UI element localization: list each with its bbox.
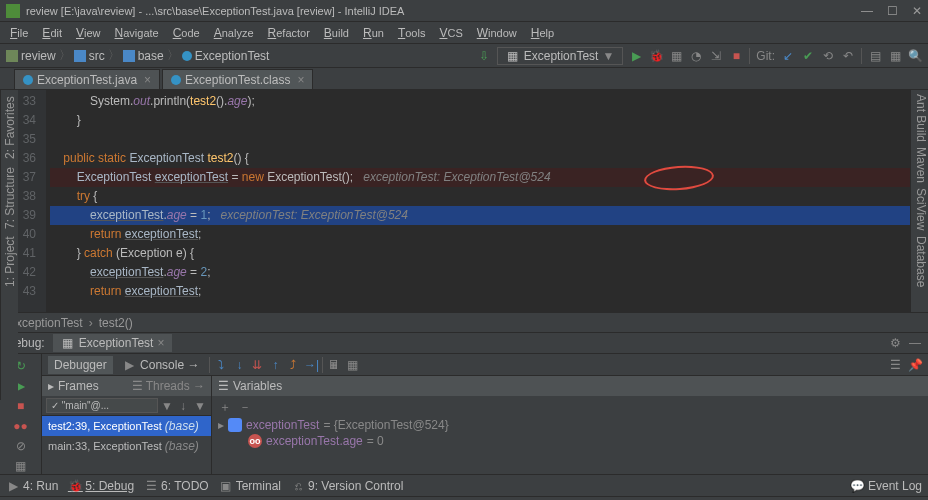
git-commit-icon[interactable]: ✔: [801, 49, 815, 63]
tool-ant-build[interactable]: Ant Build: [911, 94, 928, 142]
tool-1--project[interactable]: 1: Project: [3, 237, 16, 288]
menu-refactor[interactable]: Refactor: [262, 24, 316, 42]
code-line-33[interactable]: System.out.println(test2().age);: [50, 92, 928, 111]
menu-analyze[interactable]: Analyze: [208, 24, 260, 42]
tool-7--structure[interactable]: 7: Structure: [3, 167, 16, 229]
class-icon: [171, 75, 181, 85]
attach-button[interactable]: ⇲: [709, 49, 723, 63]
breadcrumb[interactable]: review〉src〉base〉ExceptionTest: [6, 47, 269, 64]
breadcrumb-src[interactable]: src: [74, 49, 105, 63]
filter-icon[interactable]: ▼: [193, 399, 207, 413]
console-tab[interactable]: ▶ Console →: [117, 356, 206, 374]
menu-help[interactable]: Help: [525, 24, 560, 42]
editor-breadcrumb[interactable]: ExceptionTest › test2(): [0, 312, 928, 332]
step-over-icon[interactable]: ⤵: [214, 358, 228, 372]
variables-header[interactable]: ☰Variables: [212, 376, 928, 396]
add-watch-icon[interactable]: ＋: [218, 400, 232, 414]
menu-tools[interactable]: Tools: [392, 24, 432, 42]
menu-vcs[interactable]: VCS: [433, 24, 468, 42]
code-line-43[interactable]: return exceptionTest;: [50, 282, 928, 301]
tool-maven[interactable]: Maven: [911, 147, 928, 183]
left-tool-strip[interactable]: 1: Project7: Structure2: Favorites: [0, 90, 18, 400]
trace-icon[interactable]: ▦: [345, 358, 359, 372]
remove-watch-icon[interactable]: －: [238, 400, 252, 414]
run-button[interactable]: ▶: [629, 49, 643, 63]
code-line-39[interactable]: exceptionTest.age = 1; exceptionTest: Ex…: [50, 206, 928, 225]
stop-button[interactable]: ■: [729, 49, 743, 63]
build-icon[interactable]: ⇩: [477, 49, 491, 63]
bc-method[interactable]: test2(): [99, 316, 133, 330]
git-revert-icon[interactable]: ↶: [841, 49, 855, 63]
dashboard-icon[interactable]: ▦: [888, 49, 902, 63]
code-line-35[interactable]: [50, 130, 928, 149]
tool-5--debug[interactable]: 🐞5: Debug: [68, 479, 134, 493]
close-button[interactable]: ✕: [912, 4, 922, 18]
tool-6--todo[interactable]: ☰6: TODO: [144, 479, 209, 493]
code-area[interactable]: System.out.println(test2().age); } publi…: [46, 90, 928, 312]
layout-button[interactable]: ▦: [12, 457, 30, 474]
editor[interactable]: 3334353637383940414243 System.out.printl…: [0, 90, 928, 312]
menu-edit[interactable]: Edit: [36, 24, 68, 42]
tab-ExceptionTest-class[interactable]: ExceptionTest.class×: [162, 69, 313, 89]
maximize-button[interactable]: ☐: [887, 4, 898, 18]
git-update-icon[interactable]: ↙: [781, 49, 795, 63]
settings-icon[interactable]: ☰: [888, 358, 902, 372]
code-line-42[interactable]: exceptionTest.age = 2;: [50, 263, 928, 282]
coverage-button[interactable]: ▦: [669, 49, 683, 63]
debug-button[interactable]: 🐞: [649, 49, 663, 63]
drop-frame-icon[interactable]: ⤴: [286, 358, 300, 372]
tool-4--run[interactable]: ▶4: Run: [6, 479, 58, 493]
prev-frame-icon[interactable]: ↓: [176, 399, 190, 413]
tool-sciview[interactable]: SciView: [911, 188, 928, 230]
tool-database[interactable]: Database: [911, 236, 928, 287]
menu-navigate[interactable]: Navigate: [109, 24, 165, 42]
menu-build[interactable]: Build: [318, 24, 355, 42]
menu-window[interactable]: Window: [471, 24, 523, 42]
force-step-icon[interactable]: ⇊: [250, 358, 264, 372]
step-into-icon[interactable]: ↓: [232, 358, 246, 372]
step-out-icon[interactable]: ↑: [268, 358, 282, 372]
menu-run[interactable]: Run: [357, 24, 390, 42]
code-line-37[interactable]: ExceptionTest exceptionTest = new Except…: [50, 168, 928, 187]
evaluate-icon[interactable]: 🖩: [327, 358, 341, 372]
breadcrumb-review[interactable]: review: [6, 49, 56, 63]
code-line-41[interactable]: } catch (Exception e) {: [50, 244, 928, 263]
gear-icon[interactable]: ⚙: [888, 336, 902, 350]
minimize-tool-icon[interactable]: —: [908, 336, 922, 350]
folder-blue-icon: [74, 50, 86, 62]
tab-ExceptionTest-java[interactable]: ExceptionTest.java×: [14, 69, 160, 89]
menu-file[interactable]: File: [4, 24, 34, 42]
tool-terminal[interactable]: ▣Terminal: [219, 479, 281, 493]
code-line-40[interactable]: return exceptionTest;: [50, 225, 928, 244]
breakpoints-button[interactable]: ●●: [12, 417, 30, 434]
menu-view[interactable]: View: [70, 24, 107, 42]
pin-icon[interactable]: 📌: [908, 358, 922, 372]
right-tool-strip[interactable]: Ant BuildMavenSciViewDatabase: [910, 90, 928, 312]
thread-selector[interactable]: ✓ "main"@...: [46, 398, 158, 413]
menu-code[interactable]: Code: [167, 24, 206, 42]
code-line-34[interactable]: }: [50, 111, 928, 130]
minimize-button[interactable]: —: [861, 4, 873, 18]
bc-class[interactable]: ExceptionTest: [8, 316, 83, 330]
frames-header[interactable]: ▸Frames ☰ Threads →: [42, 376, 211, 396]
tool-2--favorites[interactable]: 2: Favorites: [3, 96, 16, 159]
variable-row[interactable]: ooexceptionTest.age = 0: [218, 433, 922, 449]
search-icon[interactable]: 🔍: [908, 49, 922, 63]
tool-9--version-control[interactable]: ⎌9: Version Control: [291, 479, 403, 493]
breadcrumb-base[interactable]: base: [123, 49, 164, 63]
variable-row[interactable]: ▸exceptionTest = {ExceptionTest@524}: [218, 417, 922, 433]
structure-icon[interactable]: ▤: [868, 49, 882, 63]
code-line-36[interactable]: public static ExceptionTest test2() {: [50, 149, 928, 168]
code-line-38[interactable]: try {: [50, 187, 928, 206]
run-config-selector[interactable]: ▦ ExceptionTest ▼: [497, 47, 624, 65]
breadcrumb-exceptiontest[interactable]: ExceptionTest: [182, 49, 270, 63]
profile-button[interactable]: ◔: [689, 49, 703, 63]
debugger-tab[interactable]: Debugger: [48, 356, 113, 374]
event-log-button[interactable]: 💬 Event Log: [851, 479, 922, 493]
debug-session-tab[interactable]: ▦ ExceptionTest ×: [53, 334, 173, 352]
stack-frame[interactable]: main:33, ExceptionTest (base): [42, 436, 211, 456]
stack-frame[interactable]: test2:39, ExceptionTest (base): [42, 416, 211, 436]
run-to-cursor-icon[interactable]: →|: [304, 358, 318, 372]
git-history-icon[interactable]: ⟲: [821, 49, 835, 63]
mute-bp-button[interactable]: ⊘: [12, 437, 30, 454]
